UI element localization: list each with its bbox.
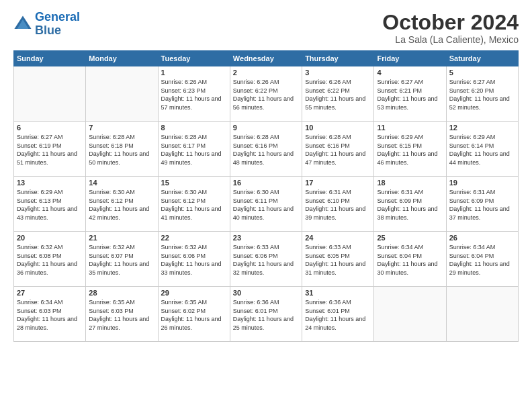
calendar-cell: 22Sunrise: 6:32 AM Sunset: 6:06 PM Dayli… bbox=[158, 232, 230, 287]
location: La Sala (La Caliente), Mexico bbox=[382, 34, 519, 45]
logo-line2: Blue bbox=[35, 24, 61, 37]
calendar-cell: 18Sunrise: 6:31 AM Sunset: 6:09 PM Dayli… bbox=[374, 177, 446, 232]
calendar-cell bbox=[374, 287, 446, 342]
page: General Blue October 2024 La Sala (La Ca… bbox=[0, 0, 532, 411]
day-info: Sunrise: 6:29 AM Sunset: 6:14 PM Dayligh… bbox=[449, 133, 515, 167]
day-number: 15 bbox=[161, 179, 227, 187]
logo: General Blue bbox=[13, 11, 80, 38]
day-info: Sunrise: 6:30 AM Sunset: 6:11 PM Dayligh… bbox=[233, 188, 299, 222]
day-info: Sunrise: 6:27 AM Sunset: 6:21 PM Dayligh… bbox=[377, 78, 443, 111]
day-info: Sunrise: 6:29 AM Sunset: 6:13 PM Dayligh… bbox=[17, 188, 83, 222]
day-info: Sunrise: 6:28 AM Sunset: 6:16 PM Dayligh… bbox=[305, 133, 371, 167]
day-info: Sunrise: 6:34 AM Sunset: 6:04 PM Dayligh… bbox=[377, 243, 443, 277]
day-number: 2 bbox=[233, 68, 299, 77]
day-number: 30 bbox=[233, 289, 299, 297]
calendar-cell: 17Sunrise: 6:31 AM Sunset: 6:10 PM Dayli… bbox=[302, 177, 374, 232]
header: General Blue October 2024 La Sala (La Ca… bbox=[13, 11, 519, 45]
day-info: Sunrise: 6:28 AM Sunset: 6:17 PM Dayligh… bbox=[161, 133, 227, 167]
calendar-cell: 14Sunrise: 6:30 AM Sunset: 6:12 PM Dayli… bbox=[86, 177, 158, 232]
calendar-cell: 21Sunrise: 6:32 AM Sunset: 6:07 PM Dayli… bbox=[86, 232, 158, 287]
day-info: Sunrise: 6:34 AM Sunset: 6:04 PM Dayligh… bbox=[449, 243, 515, 277]
day-info: Sunrise: 6:34 AM Sunset: 6:03 PM Dayligh… bbox=[17, 298, 83, 332]
logo-line1: General bbox=[35, 10, 80, 24]
th-sunday: Sunday bbox=[14, 51, 86, 66]
calendar-cell: 9Sunrise: 6:28 AM Sunset: 6:16 PM Daylig… bbox=[230, 122, 302, 177]
calendar-cell: 15Sunrise: 6:30 AM Sunset: 6:12 PM Dayli… bbox=[158, 177, 230, 232]
calendar-cell: 20Sunrise: 6:32 AM Sunset: 6:08 PM Dayli… bbox=[14, 232, 86, 287]
day-number: 26 bbox=[449, 234, 515, 242]
calendar-cell: 31Sunrise: 6:36 AM Sunset: 6:01 PM Dayli… bbox=[302, 287, 374, 342]
day-info: Sunrise: 6:30 AM Sunset: 6:12 PM Dayligh… bbox=[161, 188, 227, 222]
day-number: 29 bbox=[161, 289, 227, 297]
day-info: Sunrise: 6:31 AM Sunset: 6:10 PM Dayligh… bbox=[305, 188, 371, 222]
day-info: Sunrise: 6:32 AM Sunset: 6:08 PM Dayligh… bbox=[17, 243, 83, 277]
week-row-5: 27Sunrise: 6:34 AM Sunset: 6:03 PM Dayli… bbox=[14, 287, 519, 342]
day-number: 11 bbox=[377, 124, 443, 132]
day-number: 24 bbox=[305, 234, 371, 242]
logo-icon bbox=[13, 15, 32, 34]
day-info: Sunrise: 6:36 AM Sunset: 6:01 PM Dayligh… bbox=[233, 298, 299, 332]
day-number: 22 bbox=[161, 234, 227, 242]
weekday-row: Sunday Monday Tuesday Wednesday Thursday… bbox=[14, 51, 519, 66]
th-wednesday: Wednesday bbox=[230, 51, 302, 66]
day-info: Sunrise: 6:32 AM Sunset: 6:06 PM Dayligh… bbox=[161, 243, 227, 277]
day-info: Sunrise: 6:26 AM Sunset: 6:22 PM Dayligh… bbox=[233, 78, 299, 111]
day-number: 19 bbox=[449, 179, 515, 187]
calendar-cell: 13Sunrise: 6:29 AM Sunset: 6:13 PM Dayli… bbox=[14, 177, 86, 232]
day-number: 27 bbox=[17, 289, 83, 297]
day-number: 6 bbox=[17, 124, 83, 132]
calendar-cell: 27Sunrise: 6:34 AM Sunset: 6:03 PM Dayli… bbox=[14, 287, 86, 342]
day-number: 12 bbox=[449, 124, 515, 132]
calendar-cell: 8Sunrise: 6:28 AM Sunset: 6:17 PM Daylig… bbox=[158, 122, 230, 177]
calendar-cell: 25Sunrise: 6:34 AM Sunset: 6:04 PM Dayli… bbox=[374, 232, 446, 287]
calendar-cell: 19Sunrise: 6:31 AM Sunset: 6:09 PM Dayli… bbox=[446, 177, 518, 232]
week-row-4: 20Sunrise: 6:32 AM Sunset: 6:08 PM Dayli… bbox=[14, 232, 519, 287]
th-saturday: Saturday bbox=[446, 51, 518, 66]
calendar-header: Sunday Monday Tuesday Wednesday Thursday… bbox=[14, 51, 519, 66]
calendar-cell: 29Sunrise: 6:35 AM Sunset: 6:02 PM Dayli… bbox=[158, 287, 230, 342]
day-number: 14 bbox=[89, 179, 154, 187]
day-number: 28 bbox=[89, 289, 154, 297]
day-info: Sunrise: 6:35 AM Sunset: 6:03 PM Dayligh… bbox=[89, 298, 154, 332]
day-number: 18 bbox=[377, 179, 443, 187]
calendar-cell: 1Sunrise: 6:26 AM Sunset: 6:23 PM Daylig… bbox=[158, 66, 230, 122]
day-number: 21 bbox=[89, 234, 154, 242]
week-row-3: 13Sunrise: 6:29 AM Sunset: 6:13 PM Dayli… bbox=[14, 177, 519, 232]
day-number: 16 bbox=[233, 179, 299, 187]
day-number: 10 bbox=[305, 124, 371, 132]
day-info: Sunrise: 6:31 AM Sunset: 6:09 PM Dayligh… bbox=[377, 188, 443, 222]
day-number: 5 bbox=[449, 68, 515, 77]
day-number: 17 bbox=[305, 179, 371, 187]
calendar-cell: 26Sunrise: 6:34 AM Sunset: 6:04 PM Dayli… bbox=[446, 232, 518, 287]
day-number: 3 bbox=[305, 68, 371, 77]
day-info: Sunrise: 6:26 AM Sunset: 6:23 PM Dayligh… bbox=[161, 78, 227, 111]
calendar-cell bbox=[86, 66, 158, 122]
day-info: Sunrise: 6:32 AM Sunset: 6:07 PM Dayligh… bbox=[89, 243, 154, 277]
week-row-2: 6Sunrise: 6:27 AM Sunset: 6:19 PM Daylig… bbox=[14, 122, 519, 177]
day-number: 25 bbox=[377, 234, 443, 242]
calendar-cell: 11Sunrise: 6:29 AM Sunset: 6:15 PM Dayli… bbox=[374, 122, 446, 177]
month-title: October 2024 bbox=[382, 11, 519, 34]
day-number: 9 bbox=[233, 124, 299, 132]
day-info: Sunrise: 6:27 AM Sunset: 6:19 PM Dayligh… bbox=[17, 133, 83, 167]
calendar-cell: 7Sunrise: 6:28 AM Sunset: 6:18 PM Daylig… bbox=[86, 122, 158, 177]
calendar-cell: 10Sunrise: 6:28 AM Sunset: 6:16 PM Dayli… bbox=[302, 122, 374, 177]
calendar-cell: 23Sunrise: 6:33 AM Sunset: 6:06 PM Dayli… bbox=[230, 232, 302, 287]
day-info: Sunrise: 6:33 AM Sunset: 6:06 PM Dayligh… bbox=[233, 243, 299, 277]
calendar-cell: 4Sunrise: 6:27 AM Sunset: 6:21 PM Daylig… bbox=[374, 66, 446, 122]
week-row-1: 1Sunrise: 6:26 AM Sunset: 6:23 PM Daylig… bbox=[14, 66, 519, 122]
day-number: 4 bbox=[377, 68, 443, 77]
day-info: Sunrise: 6:36 AM Sunset: 6:01 PM Dayligh… bbox=[305, 298, 371, 332]
day-info: Sunrise: 6:30 AM Sunset: 6:12 PM Dayligh… bbox=[89, 188, 154, 222]
calendar-cell: 5Sunrise: 6:27 AM Sunset: 6:20 PM Daylig… bbox=[446, 66, 518, 122]
th-monday: Monday bbox=[86, 51, 158, 66]
day-info: Sunrise: 6:27 AM Sunset: 6:20 PM Dayligh… bbox=[449, 78, 515, 111]
day-info: Sunrise: 6:28 AM Sunset: 6:18 PM Dayligh… bbox=[89, 133, 154, 167]
calendar-cell bbox=[14, 66, 86, 122]
title-area: October 2024 La Sala (La Caliente), Mexi… bbox=[382, 11, 519, 45]
calendar-cell: 12Sunrise: 6:29 AM Sunset: 6:14 PM Dayli… bbox=[446, 122, 518, 177]
calendar-cell: 28Sunrise: 6:35 AM Sunset: 6:03 PM Dayli… bbox=[86, 287, 158, 342]
calendar-cell: 24Sunrise: 6:33 AM Sunset: 6:05 PM Dayli… bbox=[302, 232, 374, 287]
calendar-cell bbox=[446, 287, 518, 342]
day-number: 23 bbox=[233, 234, 299, 242]
